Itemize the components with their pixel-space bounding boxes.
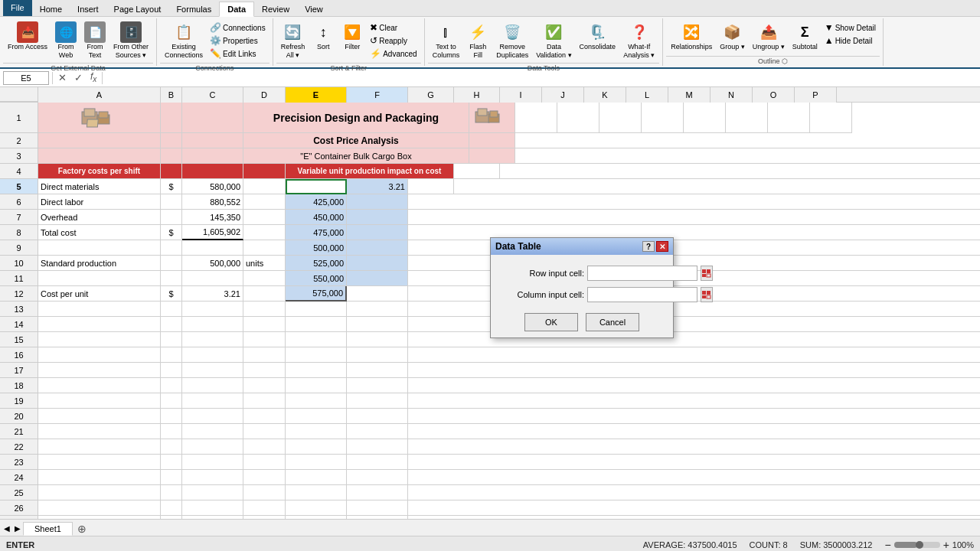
confirm-formula-icon[interactable]: ✓ <box>72 72 85 83</box>
cell-B10[interactable] <box>161 256 182 271</box>
cell-A6[interactable]: Direct labor <box>38 194 161 210</box>
cell-E12[interactable]: 575,000 <box>286 286 347 302</box>
cell-C9[interactable] <box>182 240 243 256</box>
col-header-O[interactable]: O <box>753 87 795 103</box>
connections-btn[interactable]: 🔗 Connections <box>207 21 268 34</box>
row-header-18[interactable]: 18 <box>0 378 38 393</box>
cell-M1[interactable] <box>684 103 726 133</box>
row-header-8[interactable]: 8 <box>0 225 38 240</box>
cell-C1[interactable] <box>182 103 243 133</box>
col-header-B[interactable]: B <box>161 87 182 103</box>
cell-D7[interactable] <box>243 210 286 225</box>
data-validation-btn[interactable]: ✅ DataValidation ▾ <box>533 20 574 61</box>
consolidate-btn[interactable]: 🗜️ Consolidate <box>577 20 619 53</box>
cell-C5[interactable]: 580,000 <box>182 179 243 194</box>
from-text-btn[interactable]: 📄 FromText <box>81 20 109 61</box>
row-header-13[interactable]: 13 <box>0 302 38 317</box>
cell-D3-merged[interactable]: "E" Container Bulk Cargo Box <box>243 148 469 164</box>
cell-A8[interactable]: Total cost <box>38 225 161 240</box>
sort-btn[interactable]: ↕️ Sort <box>309 20 337 52</box>
col-header-L[interactable]: L <box>626 87 668 103</box>
dialog-help-btn[interactable]: ? <box>642 241 655 252</box>
col-header-K[interactable]: K <box>584 87 626 103</box>
from-other-btn[interactable]: 🗄️ From OtherSources ▾ <box>110 20 152 61</box>
cell-B1[interactable] <box>161 103 182 133</box>
cell-O1[interactable] <box>768 103 810 133</box>
cell-A11[interactable] <box>38 271 161 286</box>
col-header-A[interactable]: A <box>38 87 161 103</box>
cell-H4[interactable] <box>454 164 500 179</box>
cell-D1-merged[interactable]: Precision Design and Packaging <box>243 103 469 133</box>
cell-C4[interactable] <box>182 164 243 179</box>
cell-H5[interactable] <box>454 179 980 194</box>
formula-input[interactable] <box>106 71 977 85</box>
tab-review[interactable]: Review <box>254 2 297 16</box>
cell-F5[interactable]: 3.21 <box>347 179 408 194</box>
cell-K1[interactable] <box>599 103 642 133</box>
col-header-J[interactable]: J <box>542 87 584 103</box>
cell-C12[interactable]: 3.21 <box>182 286 243 302</box>
row-header-11[interactable]: 11 <box>0 271 38 286</box>
cell-J1[interactable] <box>557 103 599 133</box>
cell-B9[interactable] <box>161 240 182 256</box>
tab-insert[interactable]: Insert <box>70 2 106 16</box>
cell-F12[interactable] <box>347 286 408 302</box>
row-header-7[interactable]: 7 <box>0 210 38 225</box>
row-header-2[interactable]: 2 <box>0 133 38 148</box>
col-input[interactable] <box>587 287 697 302</box>
group-btn[interactable]: 📦 Group ▾ <box>717 20 748 52</box>
edit-links-btn[interactable]: ✏️ Edit Links <box>207 47 268 60</box>
flash-fill-btn[interactable]: ⚡ FlashFill <box>464 20 492 61</box>
col-header-N[interactable]: N <box>710 87 753 103</box>
cell-A10[interactable]: Standard production <box>38 256 161 271</box>
cell-A4[interactable]: Factory costs per shift <box>38 164 161 179</box>
tab-formulas[interactable]: Formulas <box>168 2 219 16</box>
tab-page-layout[interactable]: Page Layout <box>106 2 169 16</box>
show-detail-btn[interactable]: ▼ Show Detail <box>822 21 878 34</box>
text-to-columns-btn[interactable]: ⫿ Text toColumns <box>430 20 463 61</box>
row-header-23[interactable]: 23 <box>0 455 38 470</box>
col-header-D[interactable]: D <box>243 87 286 103</box>
insert-function-icon[interactable]: fx <box>88 71 99 83</box>
cell-F7[interactable] <box>347 210 408 225</box>
col-header-H[interactable]: H <box>454 87 500 103</box>
zoom-slider[interactable] <box>894 542 940 548</box>
cell-B6[interactable] <box>161 194 182 210</box>
col-header-G[interactable]: G <box>408 87 454 103</box>
remove-dupes-btn[interactable]: 🗑️ RemoveDuplicates <box>493 20 531 61</box>
col-header-P[interactable]: P <box>795 87 837 103</box>
cell-rest4[interactable] <box>500 164 980 179</box>
cell-G6[interactable] <box>408 194 980 210</box>
cell-C2[interactable] <box>182 133 243 148</box>
cell-B8[interactable]: $ <box>161 225 182 240</box>
row-header-19[interactable]: 19 <box>0 393 38 409</box>
dialog-titlebar[interactable]: Data Table ? ✕ <box>491 238 673 255</box>
cell-F9[interactable] <box>347 240 408 256</box>
name-box[interactable]: E5 <box>3 71 49 85</box>
cell-D9[interactable] <box>243 240 286 256</box>
cell-H3[interactable] <box>469 148 515 164</box>
cell-L1[interactable] <box>642 103 684 133</box>
cell-D12[interactable] <box>243 286 286 302</box>
cell-C3[interactable] <box>182 148 243 164</box>
cell-B11[interactable] <box>161 271 182 286</box>
cell-A5[interactable]: Direct materials <box>38 179 161 194</box>
tab-data[interactable]: Data <box>219 2 254 17</box>
cell-D10[interactable]: units <box>243 256 286 271</box>
cell-A9[interactable] <box>38 240 161 256</box>
cell-A7[interactable]: Overhead <box>38 210 161 225</box>
row-header-9[interactable]: 9 <box>0 240 38 256</box>
tab-file[interactable]: File <box>3 0 32 16</box>
row-header-4[interactable]: 4 <box>0 164 38 179</box>
cell-D4[interactable] <box>243 164 286 179</box>
col-header-C[interactable]: C <box>182 87 243 103</box>
cell-G7[interactable] <box>408 210 980 225</box>
cell-C11[interactable] <box>182 271 243 286</box>
cell-A3[interactable] <box>38 148 161 164</box>
clear-btn[interactable]: ✖ Clear <box>368 21 419 34</box>
row-input[interactable] <box>587 266 697 281</box>
cell-B5[interactable]: $ <box>161 179 182 194</box>
cell-B7[interactable] <box>161 210 182 225</box>
dialog-close-btn[interactable]: ✕ <box>656 241 668 252</box>
tab-view[interactable]: View <box>297 2 331 16</box>
